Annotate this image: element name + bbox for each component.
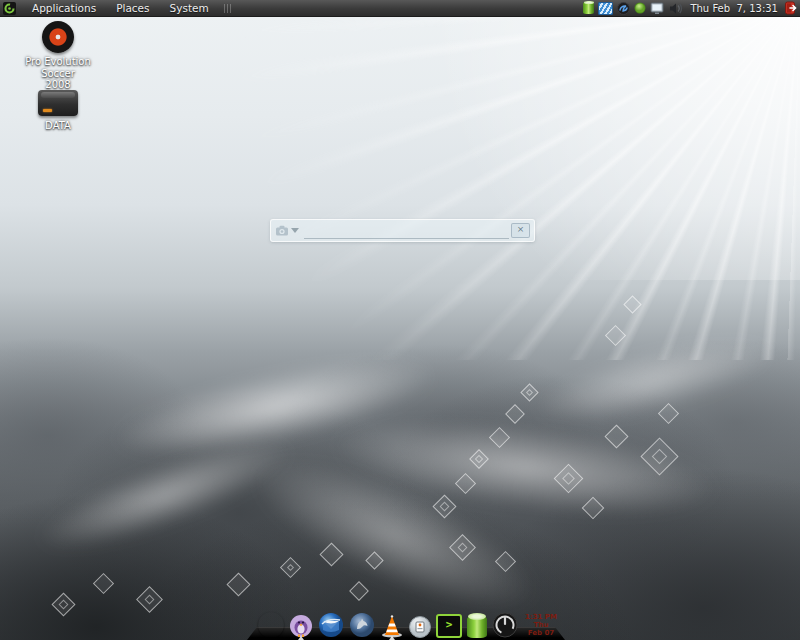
desktop-screen: Applications Places System <box>0 0 800 640</box>
panel-clock[interactable]: Thu Feb 7, 13:31 <box>687 3 781 14</box>
menu-applications[interactable]: Applications <box>23 1 105 15</box>
dock-clock-time: 1:31 PM <box>523 613 559 621</box>
green-status-icon[interactable] <box>634 2 646 14</box>
desktop-search-widget: × <box>270 219 535 242</box>
hard-drive-icon <box>38 90 78 116</box>
power-button-icon[interactable] <box>492 612 518 638</box>
green-cylinder-icon[interactable] <box>583 2 594 14</box>
desktop-icon-label: 2008 <box>10 79 106 91</box>
swirl-app-icon[interactable] <box>617 2 630 15</box>
logout-icon[interactable] <box>785 1 798 15</box>
display-icon[interactable] <box>650 2 665 15</box>
menu-system[interactable]: System <box>161 1 218 15</box>
top-panel: Applications Places System <box>0 0 800 17</box>
menu-places[interactable]: Places <box>107 1 158 15</box>
dock-clock-date: Feb 07 <box>523 629 559 637</box>
volume-icon[interactable] <box>669 2 683 15</box>
dock-clock[interactable]: 1:31 PM Thu Feb 07 <box>523 613 559 638</box>
firefox-icon[interactable] <box>258 612 284 638</box>
search-input[interactable] <box>304 222 509 239</box>
vinyl-disc-icon <box>42 21 74 53</box>
clear-button[interactable]: × <box>511 223 530 238</box>
distro-logo-icon[interactable] <box>3 2 16 15</box>
desktop-icon-label: Pro Evolution Soccer <box>10 56 106 79</box>
desktop-icon-pes2008[interactable]: Pro Evolution Soccer 2008 <box>10 21 106 91</box>
thunderbird-icon[interactable] <box>318 612 344 638</box>
dock: > 1:31 PM Thu Feb 07 <box>258 612 559 638</box>
terminal-icon[interactable]: > <box>436 614 462 638</box>
panel-separator <box>224 4 231 13</box>
amarok-icon[interactable] <box>349 612 375 638</box>
striped-applet-icon[interactable] <box>598 2 613 15</box>
chevron-down-icon[interactable] <box>291 228 299 233</box>
desktop-icon-data-drive[interactable]: DATA <box>10 90 106 132</box>
camera-icon[interactable] <box>275 225 289 236</box>
dock-clock-day: Thu <box>523 621 559 629</box>
vlc-icon[interactable] <box>380 614 404 638</box>
panel-tray: Thu Feb 7, 13:31 <box>583 1 800 15</box>
grey-circle-app-icon[interactable] <box>409 616 431 638</box>
panel-menubar: Applications Places System <box>0 1 231 15</box>
pidgin-icon[interactable] <box>289 614 313 638</box>
desktop-icon-label: DATA <box>10 120 106 132</box>
green-barrel-icon[interactable] <box>467 616 487 638</box>
